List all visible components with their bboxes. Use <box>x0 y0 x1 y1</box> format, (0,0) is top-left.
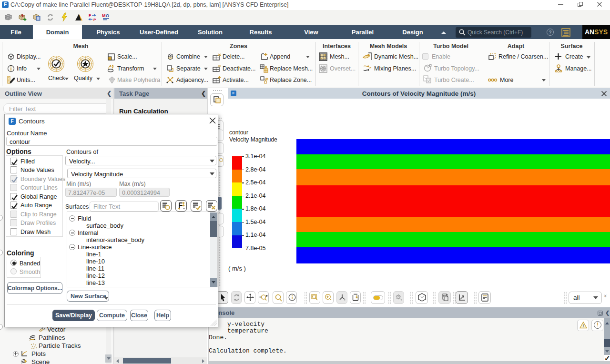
svg-text:M: M <box>102 13 106 18</box>
svg-text:O: O <box>106 13 109 18</box>
svg-text:P: P <box>89 13 92 18</box>
svg-text:P: P <box>93 18 96 21</box>
svg-text:!: ! <box>583 324 584 328</box>
